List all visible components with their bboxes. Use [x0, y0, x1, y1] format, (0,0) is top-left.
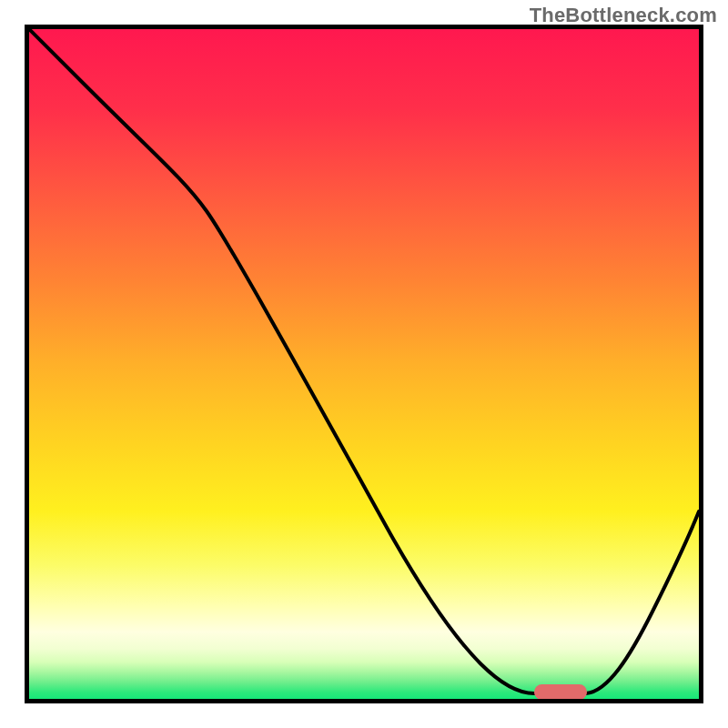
- plot-area: [25, 25, 703, 703]
- watermark-text: TheBottleneck.com: [530, 4, 717, 27]
- chart-container: TheBottleneck.com: [0, 0, 728, 728]
- optimum-marker: [534, 684, 587, 700]
- curve-line: [29, 29, 699, 699]
